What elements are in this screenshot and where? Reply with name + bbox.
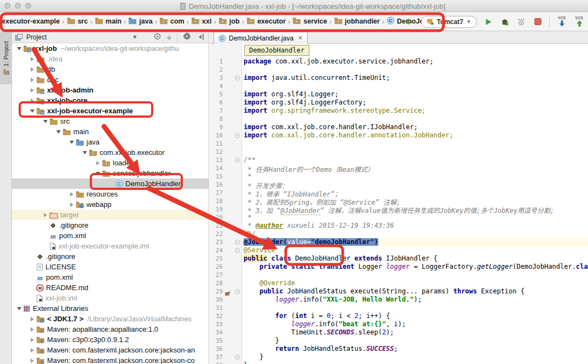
code-line-20[interactable]: 20 *	[210, 213, 588, 222]
breadcrumb-item-xxl[interactable]: xxl	[191, 17, 211, 26]
expand-arrow-icon[interactable]	[42, 213, 49, 217]
code-line-11[interactable]: 11	[210, 140, 588, 148]
tree-item-webapp[interactable]: webapp	[12, 199, 209, 210]
expand-arrow-icon[interactable]	[28, 78, 36, 82]
code-line-13[interactable]: 13/**	[210, 156, 588, 164]
tree-item-gitignore[interactable]: .gitignore	[12, 251, 209, 262]
code-area[interactable]: DemoJobHandler 1package com.xxl.job.exec…	[210, 44, 588, 364]
tree-item-doc[interactable]: doc	[12, 74, 209, 85]
code-line-27[interactable]: 27	[210, 271, 588, 279]
tree-item-xxl-job[interactable]: xxl-job~/workspaces/idea-git-workspace/g…	[12, 43, 209, 54]
fold-marker-icon[interactable]	[235, 240, 240, 245]
code-line-38[interactable]: 38}	[210, 361, 588, 364]
breadcrumb-item-jobhandler[interactable]: jobhandler	[334, 17, 380, 26]
tree-item-main[interactable]: main	[12, 126, 209, 137]
fold-marker-icon[interactable]	[235, 76, 240, 80]
tree-item-xxl-job-executor-example-iml[interactable]: xxl-job-executor-example.iml	[12, 241, 209, 251]
code-line-36[interactable]: 36 return JobHandleStatus.SUCCESS;	[210, 345, 588, 353]
vcs-commit-button[interactable]: VCS	[574, 16, 585, 27]
tree-item-service-jobhandler[interactable]: service.jobhandler	[12, 168, 209, 178]
code-line-21[interactable]: 21 * @author xuxueli 2015-12-19 19:43:36	[210, 222, 588, 230]
code-line-26[interactable]: 26 private static transient Logger logge…	[210, 263, 588, 271]
code-line-33[interactable]: 33 logger.info("beat at:{}", i);	[210, 320, 588, 328]
fold-marker-icon[interactable]	[235, 248, 240, 253]
tree-item-maven-com-fasterxml-jackson-core-jackson-an[interactable]: Maven: com.fasterxml.jackson.core:jackso…	[12, 345, 209, 355]
breadcrumb-item-executor[interactable]: executor	[246, 17, 286, 26]
breadcrumb-item-java[interactable]: java	[128, 17, 152, 26]
expand-arrow-icon[interactable]	[28, 359, 36, 363]
minimize-window-icon[interactable]	[15, 3, 21, 9]
code-line-3[interactable]: 3import java.util.concurrent.TimeUnit;	[210, 74, 588, 82]
coverage-button[interactable]	[516, 16, 526, 27]
breadcrumb-item-main[interactable]: main	[95, 17, 122, 26]
code-line-31[interactable]: 31	[210, 304, 588, 312]
expand-arrow-icon[interactable]	[68, 141, 75, 144]
expand-arrow-icon[interactable]	[28, 109, 36, 113]
code-line-8[interactable]: 8	[210, 115, 588, 123]
fold-marker-icon[interactable]	[235, 355, 240, 360]
expand-arrow-icon[interactable]	[94, 172, 101, 175]
code-line-1[interactable]: 1package com.xxl.job.executor.service.jo…	[210, 57, 588, 66]
debug-button[interactable]	[500, 16, 510, 27]
breadcrumb-item-executor-example[interactable]: executor-example	[2, 18, 60, 25]
expand-arrow-icon[interactable]	[28, 88, 36, 93]
close-tab-icon[interactable]: ✕	[298, 34, 303, 42]
code-line-2[interactable]: 2	[210, 66, 588, 74]
tree-item-maven-aopalliance-aopalliance-1-0[interactable]: Maven: aopalliance:aopalliance:1.0	[12, 324, 209, 334]
tree-item-pom-xml[interactable]: mpom.xml	[12, 230, 209, 241]
fold-marker-icon[interactable]	[235, 289, 240, 294]
code-line-10[interactable]: 10import com.xxl.job.core.handler.annota…	[210, 131, 588, 140]
breadcrumb-item-job[interactable]: job	[218, 17, 240, 26]
tree-item-jdk1-7[interactable]: < JDK1.7 >/Library/Java/JavaVirtualMachi…	[12, 314, 209, 324]
code-line-30[interactable]: 30 logger.info("XXL-JOB, Hello World.");	[210, 296, 588, 304]
expand-arrow-icon[interactable]	[28, 317, 36, 321]
run-button[interactable]	[483, 16, 493, 27]
expand-arrow-icon[interactable]	[94, 161, 101, 165]
code-line-14[interactable]: 14 * 任务Handler的一个Demo（Bean模式）	[210, 164, 588, 172]
code-line-37[interactable]: 37 }	[210, 353, 588, 361]
tree-item-target[interactable]: target	[12, 210, 209, 220]
code-line-15[interactable]: 15 *	[210, 172, 588, 181]
code-line-19[interactable]: 19 * 3、加 “@JobHander” 注解，注解value值为新增任务生成…	[210, 205, 588, 213]
breadcrumb-item-src[interactable]: src	[67, 17, 88, 26]
tree-item-readme-md[interactable]: MREADME.md	[12, 282, 209, 293]
tree-item-pom-xml[interactable]: mpom.xml	[12, 272, 209, 282]
code-line-6[interactable]: 6import org.slf4j.LoggerFactory;	[210, 99, 588, 107]
tree-item-com-xxl-job-executor[interactable]: com.xxl.job.executor	[12, 147, 209, 158]
run-configuration-selector[interactable]: Tomcat7 ▼	[421, 16, 477, 28]
expand-arrow-icon[interactable]	[28, 67, 36, 72]
code-line-22[interactable]: 22 */	[210, 230, 588, 238]
expand-arrow-icon[interactable]	[28, 348, 36, 353]
tree-item-db[interactable]: db	[12, 64, 209, 74]
tree-item-gitignore[interactable]: .gitignore	[12, 220, 209, 230]
gear-icon[interactable]	[183, 32, 192, 43]
tree-item-loader[interactable]: loader	[12, 158, 209, 168]
code-line-5[interactable]: 5import org.slf4j.Logger;	[210, 90, 588, 99]
code-line-4[interactable]: 4	[210, 82, 588, 90]
expand-arrow-icon[interactable]	[81, 151, 88, 154]
vcs-update-button[interactable]: VCS	[556, 16, 567, 27]
code-line-28[interactable]: 28 @Override	[210, 279, 588, 287]
editor-tab[interactable]: C DemoJobHandler.java ✕	[214, 32, 308, 44]
expand-arrow-icon[interactable]	[42, 120, 49, 123]
intention-bulb-icon[interactable]	[245, 230, 251, 240]
code-line-35[interactable]: 35 }	[210, 337, 588, 345]
tree-item-xxl-job-core[interactable]: xxl-job-core	[12, 95, 209, 106]
expand-arrow-icon[interactable]	[68, 192, 75, 197]
fold-marker-icon[interactable]	[235, 133, 240, 138]
close-window-icon[interactable]	[4, 3, 10, 9]
code-line-16[interactable]: 16 * 开发步骤：	[210, 181, 588, 189]
expand-arrow-icon[interactable]	[28, 57, 36, 61]
tree-item-resources[interactable]: resources	[12, 189, 209, 199]
expand-arrow-icon[interactable]	[15, 307, 22, 310]
code-line-12[interactable]: 12	[210, 148, 588, 156]
project-panel-header[interactable]: Project ▼ ÷	[12, 31, 209, 43]
navigate-down-icon[interactable]	[403, 16, 413, 27]
expand-arrow-icon[interactable]	[15, 47, 22, 50]
expand-arrow-icon[interactable]	[68, 203, 75, 207]
expand-arrow-icon[interactable]	[55, 130, 62, 134]
tree-item-demojobhandler[interactable]: CDemoJobHandler	[12, 178, 209, 189]
tree-item-maven-c3p0-c3p0-0-9-1-2[interactable]: Maven: c3p0:c3p0:0.9.1.2	[12, 334, 209, 345]
hide-panel-icon[interactable]	[197, 33, 204, 43]
expand-arrow-icon[interactable]	[28, 327, 36, 332]
